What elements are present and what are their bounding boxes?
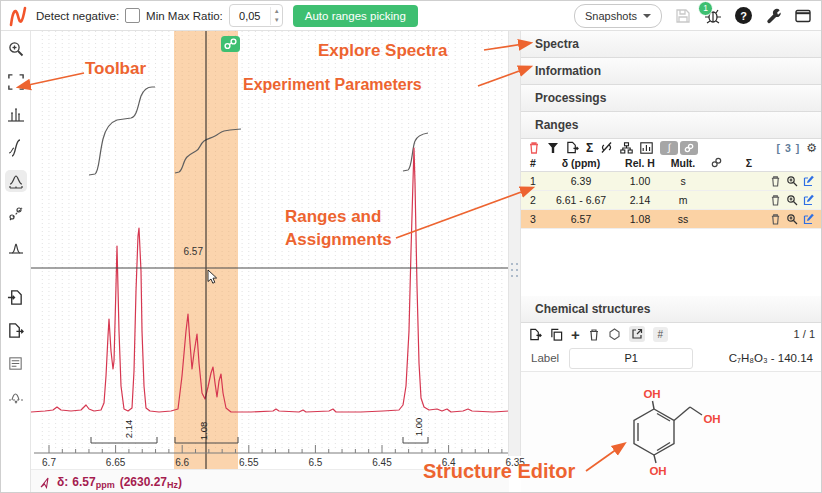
clusters-tree-icon[interactable] [620,142,633,154]
min-max-ratio-checkbox[interactable] [125,8,140,23]
spectrum-trace [31,148,509,412]
range-rel-h: 1.08 [617,213,663,225]
range-multiplicity: ss [663,213,703,225]
gear-icon[interactable]: ⚙ [806,142,817,154]
show-assignments-toggle[interactable] [680,141,698,155]
zoom-to-range-icon[interactable] [786,194,798,206]
edit-range-icon[interactable] [803,194,815,206]
filter-ranges-icon[interactable] [547,142,559,154]
status-frequency-unit: Hz [167,480,178,493]
molecule-label-input[interactable] [569,348,693,369]
peaks-chart-icon[interactable] [640,142,653,154]
delete-all-ranges-icon[interactable] [528,141,540,154]
copy-molecule-icon[interactable] [550,328,563,341]
zoom-tool-icon[interactable] [5,38,27,60]
detect-negative-label: Detect negative: [36,10,119,22]
range-picking-tool-icon[interactable] [5,170,27,192]
range-number: 1 [521,175,545,187]
divider-grip-icon[interactable] [511,263,518,279]
chemical-toolbar: + # 1 / 1 [521,323,822,345]
ratio-input[interactable] [230,9,270,23]
export-file-icon[interactable] [5,319,27,341]
export-ranges-icon[interactable] [566,141,579,154]
accordion-ranges[interactable]: Ranges [521,112,822,139]
zoom-to-range-icon[interactable] [786,175,798,187]
spectrum-plot [31,31,521,471]
delete-molecule-icon[interactable] [588,328,600,341]
baseline-correction-tool-icon[interactable] [5,385,27,407]
axis-tick-label: 6.65 [106,457,125,468]
delete-range-icon[interactable] [770,213,781,225]
feedback-bug-button[interactable]: 1 [704,7,722,25]
unlink-all-icon[interactable] [600,141,613,154]
metadata-tool-icon[interactable] [5,352,27,374]
range-link-badge-icon[interactable] [221,36,240,52]
ranges-count: [ 3 ] [777,142,801,154]
import-file-icon[interactable] [5,286,27,308]
integral-value-label: 1.00 [413,418,424,437]
annotation-toolbar: Toolbar [85,59,146,79]
edit-range-icon[interactable] [803,175,815,187]
window-maximize-button[interactable] [795,9,811,23]
integral-tool-icon[interactable] [5,137,27,159]
peak-picking-tool-icon[interactable] [5,104,27,126]
ranges-view-toggle: ∫ [660,141,698,155]
annotation-structure-editor: Structure Editor [423,460,575,483]
molecule-drawing: OH OH OH [586,373,796,493]
toggle-atom-numbers-icon[interactable]: # [653,327,668,342]
status-close-paren: ) [178,475,182,489]
export-molecule-icon[interactable] [529,328,542,341]
status-unit: ppm [96,480,115,493]
help-button[interactable]: ? [735,7,752,24]
edit-range-icon[interactable] [803,213,815,225]
range-delta: 6.57 [545,213,617,225]
ratio-increment-button[interactable]: ▲ [271,7,283,16]
axis-tick-label: 6.6 [175,457,189,468]
predict-spectra-icon[interactable] [608,328,621,340]
status-delta-prefix: δ: [57,475,68,489]
range-row-1[interactable]: 1 6.39 1.00 s [521,172,822,191]
crosshair-value-label: 6.57 [163,246,203,257]
sum-settings-icon[interactable]: Σ [586,141,593,155]
spectrum-viewport[interactable]: 6.57 2.14 1.08 1.00 6.7 6.65 6.6 6.55 6.… [31,31,521,493]
range-row-2[interactable]: 2 6.61 - 6.67 2.14 m [521,191,822,210]
range-multiplicity: s [663,175,703,187]
range-delta: 6.61 - 6.67 [545,194,617,206]
ratio-decrement-button[interactable]: ▼ [271,16,283,25]
col-number: # [521,157,545,169]
chevron-down-icon [643,14,651,18]
save-button[interactable] [675,8,691,24]
full-zoom-out-icon[interactable] [5,71,27,93]
right-panel: Spectra Information Processings Ranges Σ… [521,31,822,493]
panel-resize-divider[interactable] [508,31,521,456]
delete-range-icon[interactable] [770,194,781,206]
show-integrals-toggle[interactable]: ∫ [660,141,678,155]
axis-tick-label: 6.7 [42,457,56,468]
label-caption: Label [531,352,559,364]
col-rel-h: Rel. H [617,157,663,169]
range-row-3-highlighted[interactable]: 3 6.57 1.08 ss [521,210,822,229]
add-molecule-icon[interactable]: + [571,328,580,341]
auto-ranges-picking-button[interactable]: Auto ranges picking [293,5,418,27]
axis-tick-label: 6.5 [308,457,322,468]
accordion-processings[interactable]: Processings [521,85,822,112]
settings-wrench-button[interactable] [765,7,782,24]
nmrium-logo-icon [9,4,28,28]
accordion-information[interactable]: Information [521,58,822,85]
open-structure-editor-icon[interactable] [629,326,645,342]
zoom-to-range-icon[interactable] [786,213,798,225]
annotation-explore-spectra: Explore Spectra [318,41,447,61]
axis-tick-label: 6.55 [239,457,258,468]
baseline-peak-tool-icon[interactable] [5,236,27,258]
zone-picking-tool-icon[interactable] [5,203,27,225]
accordion-spectra[interactable]: Spectra [521,31,822,58]
range-number: 3 [521,213,545,225]
snapshots-dropdown[interactable]: Snapshots [574,4,662,28]
delete-range-icon[interactable] [770,175,781,187]
integral-brackets [91,437,428,443]
integral-value-label: 2.14 [123,420,134,439]
accordion-chemical-structures[interactable]: Chemical structures [521,296,822,323]
ranges-table-header: # δ (ppm) Rel. H Mult. Σ [521,155,822,172]
oh-label-top: OH [643,388,660,400]
status-frequency: (2630.27 [120,475,167,489]
